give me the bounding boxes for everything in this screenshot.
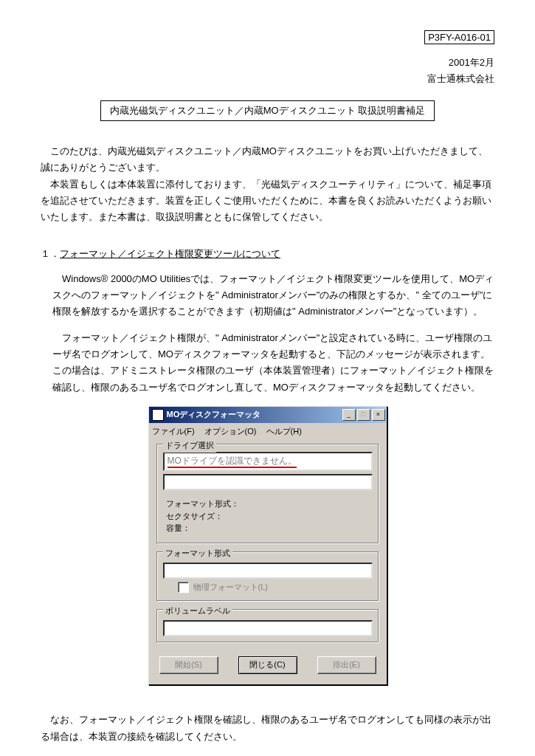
drive-empty-field	[163, 474, 373, 490]
section-1-p1: Windows® 2000のMO Utilitiesでは、フォーマット／イジェク…	[52, 271, 494, 320]
window-title: MOディスクフォーマッタ	[167, 408, 342, 422]
volume-label-field[interactable]	[163, 620, 373, 636]
header-right: 2001年2月 富士通株式会社	[41, 55, 494, 87]
intro-p2: 本装置もしくは本体装置に添付しております、「光磁気ディスクユーティリティ」につい…	[41, 176, 494, 225]
menu-option[interactable]: オプション(O)	[204, 427, 257, 436]
close-button[interactable]: ×	[372, 409, 385, 421]
group-drive-select: ドライブ選択 MOドライブを認識できません。 フォーマット形式： セクタサイズ：…	[156, 444, 379, 544]
mo-formatter-dialog: MOディスクフォーマッタ _ □ × ファイル(F) オプション(O) ヘルプ(…	[148, 406, 387, 686]
menu-file[interactable]: ファイル(F)	[152, 427, 195, 436]
legend-format: フォーマット形式	[163, 546, 232, 560]
group-format-type: フォーマット形式 物理フォーマット(L)	[156, 551, 379, 602]
section-1-heading: １．フォーマット／イジェクト権限変更ツールについて	[41, 246, 494, 262]
format-type-field[interactable]	[163, 563, 373, 579]
start-button: 開始(S)	[159, 656, 218, 674]
app-icon	[152, 409, 164, 421]
label-capacity: 容量：	[166, 522, 373, 535]
group-volume-label: ボリュームラベル	[156, 609, 379, 643]
document-title: 内蔵光磁気ディスクユニット／内蔵MOディスクユニット 取扱説明書補足	[41, 100, 494, 121]
document-id: P3FY-A016-01	[41, 30, 494, 46]
label-format-type: フォーマット形式：	[166, 498, 373, 510]
dialog-body: ドライブ選択 MOドライブを認識できません。 フォーマット形式： セクタサイズ：…	[149, 439, 387, 684]
company: 富士通株式会社	[41, 71, 494, 87]
intro-p1: このたびは、内蔵光磁気ディスクユニット／内蔵MOディスクユニットをお買い上げいた…	[41, 143, 494, 176]
eject-button: 排出(E)	[317, 656, 376, 674]
close-dialog-button[interactable]: 閉じる(C)	[238, 656, 297, 674]
intro-block: このたびは、内蔵光磁気ディスクユニット／内蔵MOディスクユニットをお買い上げいた…	[41, 143, 494, 224]
button-row: 開始(S) 閉じる(C) 排出(E)	[156, 650, 379, 677]
physical-format-label: 物理フォーマット(L)	[193, 580, 268, 594]
legend-drive: ドライブ選択	[163, 439, 216, 453]
physical-format-row[interactable]: 物理フォーマット(L)	[163, 579, 373, 596]
menubar: ファイル(F) オプション(O) ヘルプ(H)	[149, 423, 387, 440]
legend-volume: ボリュームラベル	[163, 604, 232, 618]
checkbox-icon[interactable]	[178, 582, 189, 593]
closing-p1: なお、フォーマット／イジェクト権限を確認し、権限のあるユーザ名でログオンしても同…	[41, 712, 494, 744]
section-1-p2: フォーマット／イジェクト権限が、" Administratorメンバー"と設定さ…	[52, 330, 494, 395]
drive-info-labels: フォーマット形式： セクタサイズ： 容量：	[166, 498, 373, 535]
minimize-button[interactable]: _	[342, 409, 356, 421]
drive-message-field: MOドライブを認識できません。	[163, 452, 373, 471]
closing-block: なお、フォーマット／イジェクト権限を確認し、権限のあるユーザ名でログオンしても同…	[41, 712, 494, 744]
date: 2001年2月	[41, 55, 494, 71]
label-sector-size: セクタサイズ：	[166, 510, 373, 523]
menu-help[interactable]: ヘルプ(H)	[266, 427, 302, 436]
titlebar[interactable]: MOディスクフォーマッタ _ □ ×	[149, 407, 387, 423]
maximize-button: □	[357, 409, 370, 421]
